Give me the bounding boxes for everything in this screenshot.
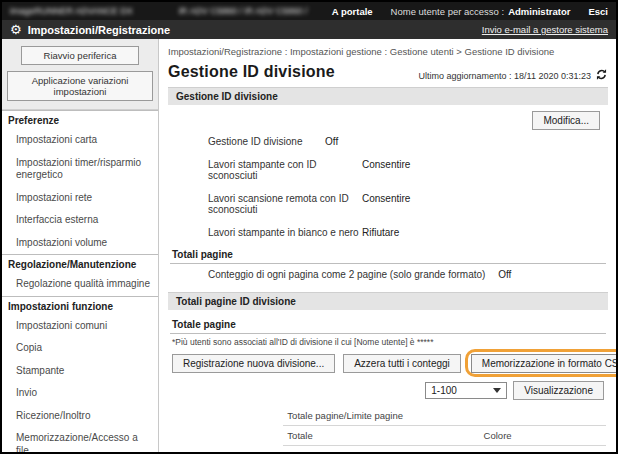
multi-user-note: *Più utenti sono associati all'ID di div… [172,337,606,347]
sidebar-item-copia[interactable]: Copia [2,337,158,360]
setting-value: Consentire [362,193,410,215]
mail-to-admin-link[interactable]: Invio e-mail a gestore sistema [482,24,608,35]
chevron-down-icon [493,388,501,393]
sidebar-item-interfaccia-esterna[interactable]: Interfaccia esterna [2,209,158,232]
totale-pagine-subheader: Totale pagine [170,316,606,334]
sidebar-item-impostazioni-timer[interactable]: Impostazioni timer/risparmio energetico [2,152,158,187]
logout-link[interactable]: Esci [588,6,608,17]
portal-link[interactable]: A portale [332,6,373,17]
column-header-totale-colore: Totale colore [341,446,398,453]
csv-highlight-annotation: Memorizzazione in formato CSV... [465,349,616,377]
setting-label: Lavori stampante in bianco e nero [208,227,362,238]
main-content: Impostazioni/Registrazione : Impostazion… [159,39,616,452]
count-setting-label: Conteggio di ogni pagina come 2 pagine (… [208,269,485,280]
login-user-label: Nome utente per accesso : [391,6,505,17]
last-update-timestamp: Ultimo aggiornamento : 18/11 2020 0:31:2… [419,71,591,81]
device-topbar: imageRUNNER ADVANCE DX iR ADV C5860 / iR… [2,2,616,20]
clear-all-counts-button[interactable]: Azzera tutti i conteggi [343,354,461,373]
settings-appbar: ⚙ Impostazioni/Registrazione Invio e-mai… [2,20,616,39]
division-counts-table: Totale pagine/Limite pagine Totale Color… [170,406,606,452]
app-title: Impostazioni/Registrazione [28,24,170,36]
table-subheader-totale: Totale [283,426,479,446]
setting-value: Off [325,136,338,147]
sidebar-section-preferenze: Preferenze [2,110,158,129]
page-range-select[interactable]: 1-100 [425,382,507,399]
setting-value: Rifiutare [362,227,399,238]
settings-sidebar: Riavvio periferica Applicazione variazio… [2,39,159,452]
display-button[interactable]: Visualizzazione [513,381,604,400]
apply-setting-changes-button[interactable]: Applicazione variazioni impostazioni [7,71,153,101]
setting-value: Consentire [362,159,410,181]
sidebar-section-funzione: Impostazioni funzione [2,296,158,315]
column-header-copia-colori: Copia a colori [480,446,538,453]
register-new-division-button[interactable]: Registrazione nuova divisione... [172,354,335,373]
column-header-stampe-totali: Stampe totali [283,446,341,453]
column-header-id-divis: ID divis. [170,446,216,453]
refresh-icon[interactable] [595,68,608,81]
page-title: Gestione ID divisione [168,63,335,81]
sidebar-item-impostazioni-carta[interactable]: Impostazioni carta [2,129,158,152]
setting-label: Gestione ID divisione [208,136,325,147]
totals-pages-subheader: Totali pagine [170,246,606,264]
store-in-csv-format-button[interactable]: Memorizzazione in formato CSV... [471,354,616,373]
breadcrumb: Impostazioni/Registrazione : Impostazion… [168,46,608,57]
page-range-value: 1-100 [431,385,457,396]
device-model-blurred: imageRUNNER ADVANCE DX [10,6,133,16]
sidebar-button-area: Riavvio periferica Applicazione variazio… [2,39,158,110]
section-header-gestione-id-divisione: Gestione ID divisione [168,87,608,105]
table-group-header: Totale pagine/Limite pagine [283,406,606,426]
sidebar-item-invio[interactable]: Invio [2,382,158,405]
setting-label: Lavori stampante con ID sconosciuti [208,159,362,181]
sidebar-section-regolazione: Regolazione/Manutenzione [2,254,158,273]
section-header-totali-pagine-id-divisione: Totali pagine ID divisione [168,292,608,310]
column-header-nome-utente: Nome utente [216,446,283,453]
login-user-name: Administrator [508,6,570,17]
restart-device-button[interactable]: Riavvio periferica [21,46,139,65]
sidebar-item-stampante[interactable]: Stampante [2,360,158,383]
sidebar-item-ricezione-inoltro[interactable]: Ricezione/Inoltro [2,405,158,428]
sidebar-item-impostazioni-rete[interactable]: Impostazioni rete [2,187,158,210]
count-setting-value: Off [498,269,511,280]
sidebar-item-impostazioni-comuni[interactable]: Impostazioni comuni [2,315,158,338]
edit-button[interactable]: Modifica... [532,111,600,130]
sidebar-item-memorizzazione-accesso[interactable]: Memorizzazione/Accesso a file [2,427,158,454]
sidebar-item-impostazioni-volume[interactable]: Impostazioni volume [2,232,158,255]
device-name-blurred: iR ADV C5860 / iR ADV C5860 / [179,6,308,16]
sidebar-item-regolazione-qualita[interactable]: Regolazione qualità immagine [2,273,158,296]
gear-icon: ⚙ [10,23,22,36]
column-header-totale-bn: Totale bianco e nero [398,446,480,453]
table-subheader-colore: Colore [480,426,606,446]
column-header-scansione-colori: Scansione a colori [538,446,606,453]
setting-label: Lavori scansione remota con ID sconosciu… [208,193,362,215]
